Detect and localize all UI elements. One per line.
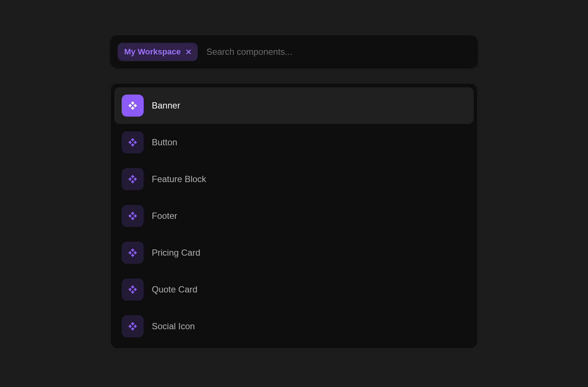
close-icon[interactable] [186, 49, 191, 54]
workspace-tag-label: My Workspace [124, 47, 181, 57]
list-item-label: Button [152, 137, 177, 148]
list-item-feature-block[interactable]: Feature Block [114, 161, 474, 198]
search-input[interactable] [207, 47, 470, 57]
component-icon [122, 95, 144, 117]
component-icon [122, 168, 144, 190]
list-item-banner[interactable]: Banner [114, 87, 474, 124]
list-item-footer[interactable]: Footer [114, 198, 474, 234]
command-palette: My Workspace Banner Button [110, 35, 478, 387]
list-item-label: Feature Block [152, 174, 206, 184]
list-item-label: Quote Card [152, 284, 197, 295]
workspace-tag[interactable]: My Workspace [118, 43, 198, 61]
component-icon [122, 131, 144, 153]
component-icon [122, 242, 144, 264]
list-item-button[interactable]: Button [114, 124, 474, 161]
list-item-social-icon[interactable]: Social Icon [114, 308, 474, 345]
component-icon [122, 315, 144, 337]
list-item-pricing-card[interactable]: Pricing Card [114, 234, 474, 271]
list-item-label: Banner [152, 100, 180, 111]
search-bar: My Workspace [110, 35, 478, 68]
list-item-label: Social Icon [152, 321, 195, 331]
results-panel: Banner Button Feature Block Footer Prici [110, 83, 478, 349]
component-icon [122, 278, 144, 301]
list-item-label: Pricing Card [152, 248, 200, 258]
list-item-quote-card[interactable]: Quote Card [114, 271, 474, 308]
list-item-label: Footer [152, 211, 177, 221]
component-icon [122, 205, 144, 227]
